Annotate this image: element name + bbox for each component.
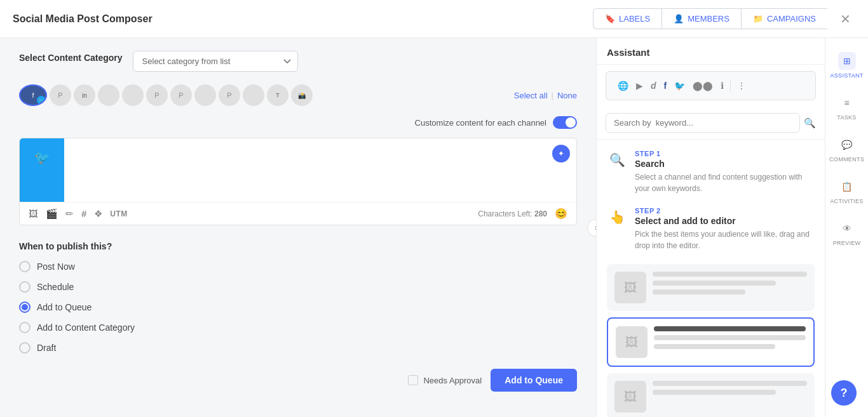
filter-flickr[interactable]: ⬤⬤: [690, 78, 715, 93]
ai-suggest-button[interactable]: ✦: [552, 145, 570, 162]
step1-desc: Select a channel and find content sugges…: [635, 171, 815, 194]
step2-title: Select and add to editor: [635, 216, 815, 226]
channel-pinterest-1[interactable]: P: [146, 84, 168, 106]
radio-schedule[interactable]: [19, 281, 31, 293]
category-label: Select Content Category: [19, 53, 123, 63]
far-right-sidebar: ⊞ ASSISTANT ≡ TASKS 💬 COMMENTS 📋 ACTIVIT…: [825, 38, 868, 417]
utm-button[interactable]: UTM: [110, 209, 128, 218]
radio-post-now[interactable]: [19, 261, 31, 272]
channel-linkedin[interactable]: in: [74, 84, 95, 106]
sidebar-item-activities[interactable]: 📋 ACTIVITIES: [825, 170, 868, 212]
image-icon[interactable]: 🖼: [29, 208, 38, 219]
assistant-title: Assistant: [607, 47, 815, 64]
select-all-link[interactable]: Select all: [514, 91, 548, 100]
content-area: Select Content Category Select category …: [0, 38, 596, 417]
toggle-sidebar-button[interactable]: ›: [587, 219, 596, 237]
draft-label: Draft: [37, 343, 56, 353]
option-post-now[interactable]: Post Now: [19, 261, 577, 272]
step-1: 🔍 STEP 1 Search Select a channel and fin…: [607, 150, 815, 194]
filter-youtube[interactable]: ▶: [634, 78, 646, 93]
assistant-sidebar-label: ASSISTANT: [830, 72, 863, 79]
filter-globe[interactable]: 🌐: [615, 78, 631, 93]
channel-generic-5[interactable]: [243, 84, 264, 106]
publish-options: Post Now Schedule Add to Queue Add to Co…: [19, 261, 577, 354]
category-row: Select Content Category Select category …: [19, 51, 577, 72]
link-icon[interactable]: ✏: [65, 208, 74, 220]
chars-left: Characters Left: 280: [478, 209, 547, 218]
comment-icon: 💬: [838, 136, 856, 154]
sidebar-item-comments[interactable]: 💬 COMMENTS: [825, 128, 868, 170]
main-layout: Select Content Category Select category …: [0, 38, 868, 417]
compose-inner: 🐦 ✦: [20, 138, 576, 202]
card-lines-1: [653, 272, 807, 298]
channel-pinterest-2[interactable]: P: [170, 84, 192, 106]
filter-twitter[interactable]: 🐦: [672, 78, 688, 93]
sidebar-item-preview[interactable]: 👁 PREVIEW: [825, 212, 868, 254]
close-button[interactable]: ✕: [835, 9, 855, 29]
card-line: [654, 335, 806, 340]
channel-generic-6[interactable]: T: [267, 84, 288, 106]
channel-generic-3[interactable]: [122, 84, 144, 106]
option-content-category[interactable]: Add to Content Category: [19, 322, 577, 333]
filter-separator: [730, 81, 731, 91]
grid-icon: ⊞: [838, 52, 856, 70]
option-draft[interactable]: Draft: [19, 342, 577, 354]
twitter-badge: 🐦: [37, 96, 46, 105]
step-2: 👆 STEP 2 Select and add to editor Pick t…: [607, 207, 815, 251]
hashtag-icon[interactable]: #: [81, 208, 86, 219]
filter-facebook[interactable]: f: [661, 78, 670, 93]
publish-section: When to publish this? Post Now Schedule …: [19, 241, 577, 354]
customize-row: Customize content for each channel: [19, 116, 577, 129]
tasks-sidebar-label: TASKS: [837, 114, 856, 121]
help-button[interactable]: ?: [831, 380, 857, 406]
labels-button[interactable]: 🔖 LABELS: [593, 8, 661, 29]
publish-label: When to publish this?: [19, 241, 112, 251]
campaigns-label: CAMPAIGNS: [767, 14, 816, 23]
filter-more[interactable]: ⋮: [735, 78, 749, 93]
sidebar-item-tasks[interactable]: ≡ TASKS: [825, 86, 868, 128]
activities-icon: 📋: [838, 178, 856, 195]
customize-label: Customize content for each channel: [415, 118, 546, 128]
category-select[interactable]: Select category from list: [133, 51, 298, 72]
channel-fb-tw[interactable]: f 🐦: [19, 84, 47, 106]
step1-title: Search: [635, 159, 815, 169]
search-row: 🔍: [597, 107, 825, 140]
members-button[interactable]: 👤 MEMBERS: [661, 8, 741, 29]
page-title: Social Media Post Composer: [13, 13, 153, 25]
option-add-queue[interactable]: Add to Queue: [19, 301, 577, 313]
radio-content-category[interactable]: [19, 322, 31, 333]
option-schedule[interactable]: Schedule: [19, 281, 577, 293]
filter-d[interactable]: d: [648, 78, 659, 93]
emoji-button[interactable]: 😊: [555, 208, 567, 220]
channel-pinterest-3[interactable]: P: [219, 84, 240, 106]
none-link[interactable]: None: [557, 91, 577, 100]
preview-card-2: 🖼: [607, 317, 815, 367]
step1-icon: 🔍: [607, 150, 627, 170]
comments-sidebar-label: COMMENTS: [829, 156, 864, 162]
twitter-icon: 🐦: [34, 150, 50, 165]
eye-icon: 👁: [838, 220, 856, 237]
more-icon[interactable]: ❖: [94, 208, 102, 220]
post-now-label: Post Now: [37, 261, 75, 272]
add-to-queue-button[interactable]: Add to Queue: [491, 369, 577, 392]
needs-approval: Needs Approval: [408, 375, 482, 385]
channel-generic-4[interactable]: [194, 84, 216, 106]
channel-instagram[interactable]: 📸: [291, 84, 313, 106]
radio-draft[interactable]: [19, 342, 31, 354]
channel-generic-1[interactable]: P: [50, 84, 71, 106]
compose-footer: Needs Approval Add to Queue: [19, 360, 577, 400]
card-line: [653, 390, 776, 395]
needs-approval-checkbox[interactable]: [408, 375, 418, 385]
radio-add-queue[interactable]: [19, 301, 31, 313]
campaigns-button[interactable]: 📁 CAMPAIGNS: [741, 8, 827, 29]
filter-info[interactable]: ℹ: [718, 78, 726, 93]
search-input[interactable]: [606, 113, 800, 133]
channel-generic-2[interactable]: [98, 84, 119, 106]
preview-card-1: 🖼: [607, 264, 815, 311]
search-button[interactable]: 🔍: [804, 117, 816, 129]
sidebar-item-assistant[interactable]: ⊞ ASSISTANT: [825, 44, 868, 86]
customize-toggle[interactable]: [553, 116, 577, 129]
card-line: [654, 344, 775, 349]
compose-textarea[interactable]: [73, 147, 567, 185]
video-icon[interactable]: 🎬: [46, 208, 58, 220]
